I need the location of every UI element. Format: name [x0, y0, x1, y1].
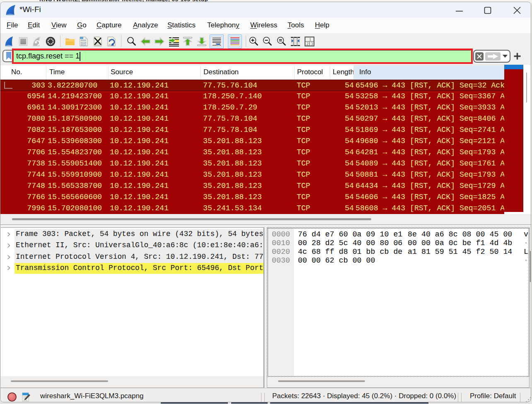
svg-text:2: 2 — [307, 41, 309, 46]
svg-text:0111: 0111 — [81, 44, 87, 46]
svg-text:3: 3 — [311, 41, 313, 46]
svg-text:1: 1 — [309, 37, 311, 41]
